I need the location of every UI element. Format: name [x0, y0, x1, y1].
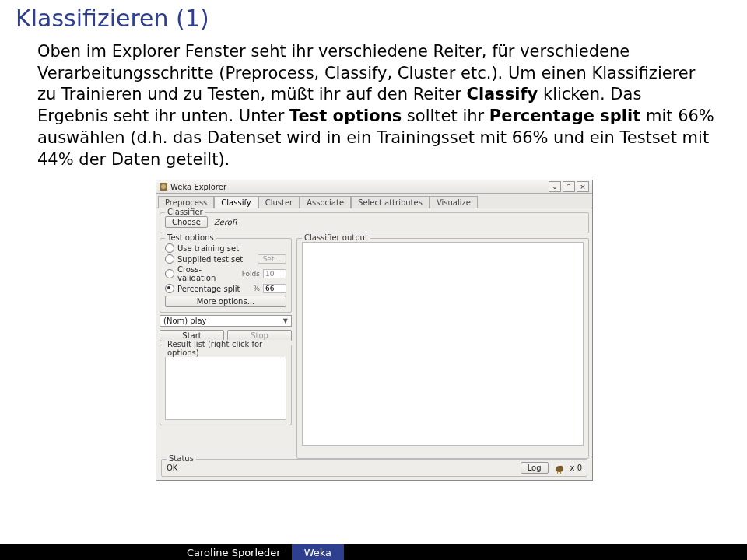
tab-classify[interactable]: Classify [214, 196, 258, 208]
classifier-group: Classifier Choose ZeroR [160, 212, 589, 233]
svg-rect-5 [560, 471, 561, 474]
tab-bar: Preprocess Classify Cluster Associate Se… [156, 194, 592, 208]
choose-classifier-button[interactable]: Choose [165, 216, 208, 228]
radio-cross-validation-label: Cross-validation [177, 265, 239, 282]
window-maximize-button[interactable]: ⌃ [563, 181, 575, 192]
status-label: Status [167, 454, 196, 463]
svg-point-3 [559, 466, 562, 469]
radio-percentage-split-label: Percentage split [177, 285, 250, 293]
tab-visualize[interactable]: Visualize [430, 196, 478, 208]
activity-count: x 0 [570, 464, 582, 472]
percent-label: % [253, 285, 260, 292]
footer-title: Weka [292, 544, 344, 560]
tab-associate[interactable]: Associate [300, 196, 351, 208]
test-options-label: Test options [165, 233, 216, 242]
radio-training-set-label: Use training set [177, 244, 239, 253]
tab-select-attributes[interactable]: Select attributes [351, 196, 430, 208]
weka-bird-icon [553, 463, 566, 474]
weka-explorer-window: Weka Explorer ⌄ ⌃ × Preprocess Classify … [156, 180, 593, 481]
classifier-name-field[interactable]: ZeroR [211, 218, 584, 226]
status-bar: Status OK Log x 0 [156, 457, 592, 480]
slide-body: Oben im Explorer Fenster seht ihr versch… [0, 33, 747, 180]
folds-input[interactable]: 10 [263, 269, 286, 278]
log-button[interactable]: Log [521, 462, 549, 474]
svg-rect-4 [557, 471, 558, 474]
class-attribute-value: (Nom) play [163, 317, 207, 325]
chevron-down-icon: ▼ [283, 317, 288, 324]
classifier-output-group: Classifier output [296, 238, 589, 459]
tab-preprocess[interactable]: Preprocess [158, 196, 214, 208]
radio-percentage-split[interactable] [165, 284, 174, 293]
slide-footer: Caroline Sporleder Weka [0, 544, 747, 560]
percent-input[interactable]: 66 [263, 284, 286, 293]
weka-app-icon [160, 183, 167, 191]
tab-cluster[interactable]: Cluster [258, 196, 300, 208]
result-list-label: Result list (right-click for options) [165, 340, 291, 357]
set-test-file-button[interactable]: Set... [258, 254, 286, 264]
window-minimize-button[interactable]: ⌄ [549, 181, 561, 192]
window-close-button[interactable]: × [577, 181, 589, 192]
result-list[interactable] [165, 348, 286, 420]
radio-supplied-test-set[interactable] [165, 254, 174, 264]
classifier-output-label: Classifier output [302, 233, 370, 242]
body-bold-3: Percentage split [489, 107, 640, 125]
footer-author: Caroline Sporleder [0, 547, 292, 558]
radio-supplied-test-set-label: Supplied test set [177, 255, 254, 264]
radio-cross-validation[interactable] [165, 269, 174, 278]
classifier-group-label: Classifier [165, 208, 205, 216]
more-options-button[interactable]: More options... [165, 296, 286, 307]
status-value: OK [167, 464, 177, 472]
class-attribute-select[interactable]: (Nom) play ▼ [160, 315, 292, 327]
slide-title: Klassifizieren (1) [0, 0, 747, 33]
body-text-3: solltet ihr [402, 107, 489, 125]
body-bold-2: Test options [289, 107, 402, 125]
body-bold-1: Classify [467, 85, 538, 103]
classifier-output-area[interactable] [302, 242, 584, 446]
svg-point-1 [161, 184, 166, 189]
window-title: Weka Explorer [170, 183, 547, 191]
test-options-group: Test options Use training set Supplied t… [160, 238, 292, 313]
folds-label: Folds [242, 270, 260, 278]
radio-training-set[interactable] [165, 243, 174, 253]
window-titlebar[interactable]: Weka Explorer ⌄ ⌃ × [156, 180, 592, 194]
result-list-group: Result list (right-click for options) [160, 345, 292, 425]
